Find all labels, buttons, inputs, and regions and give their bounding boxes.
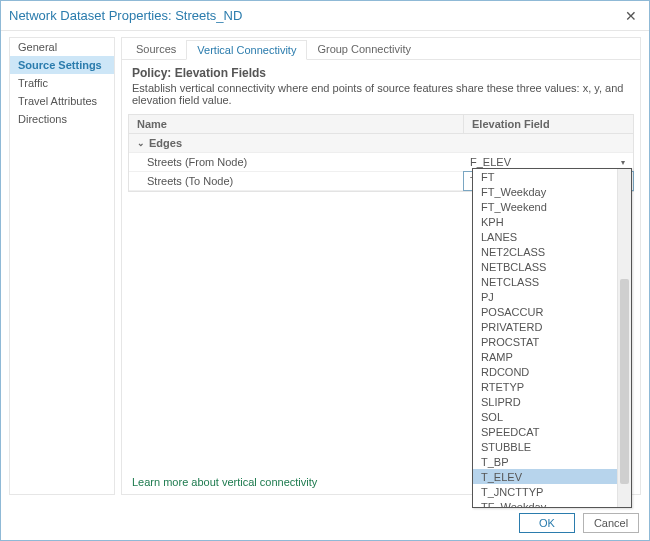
- title-bar: Network Dataset Properties: Streets_ND ✕: [1, 1, 649, 31]
- dropdown-option[interactable]: LANES: [473, 229, 617, 244]
- nav-source-settings[interactable]: Source Settings: [10, 56, 114, 74]
- dropdown-option[interactable]: RAMP: [473, 349, 617, 364]
- dropdown-option[interactable]: FT: [473, 169, 617, 184]
- dropdown-option[interactable]: KPH: [473, 214, 617, 229]
- content-panel: Sources Vertical Connectivity Group Conn…: [121, 37, 641, 495]
- nav-directions[interactable]: Directions: [10, 110, 114, 128]
- category-list: General Source Settings Traffic Travel A…: [9, 37, 115, 495]
- dropdown-list: FTFT_WeekdayFT_WeekendKPHLANESNET2CLASSN…: [473, 169, 617, 507]
- tab-sources[interactable]: Sources: [126, 40, 186, 59]
- dialog-footer: OK Cancel: [1, 506, 649, 540]
- dropdown-option[interactable]: RDCOND: [473, 364, 617, 379]
- dropdown-option[interactable]: T_JNCTTYP: [473, 484, 617, 499]
- close-icon[interactable]: ✕: [621, 4, 641, 28]
- dropdown-option[interactable]: SLIPRD: [473, 394, 617, 409]
- dropdown-option[interactable]: PRIVATERD: [473, 319, 617, 334]
- dropdown-option[interactable]: STUBBLE: [473, 439, 617, 454]
- dropdown-option[interactable]: NETCLASS: [473, 274, 617, 289]
- policy-title: Policy: Elevation Fields: [122, 60, 640, 80]
- dropdown-option[interactable]: FT_Weekday: [473, 184, 617, 199]
- col-header-name: Name: [129, 115, 464, 133]
- dropdown-option[interactable]: T_ELEV: [473, 469, 617, 484]
- dropdown-option[interactable]: POSACCUR: [473, 304, 617, 319]
- col-header-field: Elevation Field: [464, 115, 633, 133]
- dropdown-option[interactable]: SPEEDCAT: [473, 424, 617, 439]
- dropdown-option[interactable]: FT_Weekend: [473, 199, 617, 214]
- policy-subtitle: Establish vertical connectivity where en…: [122, 80, 640, 112]
- dropdown-option[interactable]: PROCSTAT: [473, 334, 617, 349]
- cancel-button[interactable]: Cancel: [583, 513, 639, 533]
- tab-strip: Sources Vertical Connectivity Group Conn…: [122, 40, 640, 60]
- dropdown-option[interactable]: SOL: [473, 409, 617, 424]
- chevron-down-icon: ⌄: [137, 138, 145, 148]
- row-to-node-name: Streets (To Node): [129, 172, 464, 190]
- scroll-thumb[interactable]: [620, 279, 629, 484]
- table-header: Name Elevation Field: [129, 115, 633, 134]
- nav-general[interactable]: General: [10, 38, 114, 56]
- dropdown-option[interactable]: NET2CLASS: [473, 244, 617, 259]
- dropdown-option[interactable]: NETBCLASS: [473, 259, 617, 274]
- dropdown-option[interactable]: RTETYP: [473, 379, 617, 394]
- scrollbar[interactable]: [617, 169, 631, 507]
- elevation-field-dropdown[interactable]: FTFT_WeekdayFT_WeekendKPHLANESNET2CLASSN…: [472, 168, 632, 508]
- nav-travel-attributes[interactable]: Travel Attributes: [10, 92, 114, 110]
- tab-group-connectivity[interactable]: Group Connectivity: [307, 40, 421, 59]
- field-value: F_ELEV: [470, 156, 511, 168]
- section-label: Edges: [149, 137, 182, 149]
- tab-vertical-connectivity[interactable]: Vertical Connectivity: [186, 40, 307, 60]
- window-title: Network Dataset Properties: Streets_ND: [9, 8, 242, 23]
- dropdown-caret-icon[interactable]: ▾: [619, 158, 627, 167]
- ok-button[interactable]: OK: [519, 513, 575, 533]
- section-edges[interactable]: ⌄ Edges: [129, 134, 633, 153]
- nav-traffic[interactable]: Traffic: [10, 74, 114, 92]
- dropdown-option[interactable]: T_BP: [473, 454, 617, 469]
- dropdown-option[interactable]: PJ: [473, 289, 617, 304]
- row-from-node-name: Streets (From Node): [129, 153, 464, 171]
